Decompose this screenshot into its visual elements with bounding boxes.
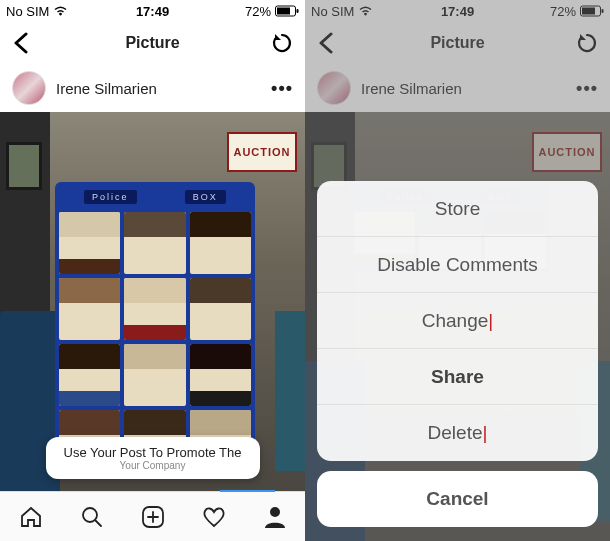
battery-icon [275, 5, 299, 17]
sheet-delete-button[interactable]: Delete| [317, 405, 598, 461]
page-title: Picture [125, 34, 179, 52]
tab-bar [0, 491, 305, 541]
svg-point-8 [270, 507, 280, 517]
sheet-cancel-button[interactable]: Cancel [317, 471, 598, 527]
home-tab[interactable] [18, 504, 44, 530]
wifi-icon [53, 5, 68, 17]
auction-sign: AUCTION [227, 132, 297, 172]
profile-tab[interactable] [262, 504, 288, 530]
tardis-box-label: BOX [185, 190, 226, 204]
svg-rect-2 [277, 8, 290, 15]
svg-line-4 [95, 520, 101, 526]
status-bar: No SIM 17:49 72% [0, 0, 305, 22]
reload-button[interactable] [271, 32, 293, 54]
search-tab[interactable] [79, 504, 105, 530]
tardis-police-label: Police [84, 190, 137, 204]
activity-tab[interactable] [201, 504, 227, 530]
svg-rect-1 [297, 9, 299, 13]
add-post-tab[interactable] [140, 504, 166, 530]
action-sheet: Store Disable Comments Change| Share Del… [317, 181, 598, 527]
post-header: Irene Silmarien ••• [0, 64, 305, 112]
clock-label: 17:49 [136, 4, 169, 19]
sheet-share-button[interactable]: Share [317, 349, 598, 405]
username-label[interactable]: Irene Silmarien [56, 80, 261, 97]
carrier-label: No SIM [6, 4, 49, 19]
post-image[interactable]: AUCTION Police BOX Use Your Post To Prom… [0, 112, 305, 491]
sheet-change-button[interactable]: Change| [317, 293, 598, 349]
more-options-button[interactable]: ••• [271, 78, 293, 99]
nav-bar: Picture [0, 22, 305, 64]
back-button[interactable] [12, 32, 30, 54]
sheet-store-button[interactable]: Store [317, 181, 598, 237]
sheet-disable-comments-button[interactable]: Disable Comments [317, 237, 598, 293]
avatar[interactable] [12, 71, 46, 105]
promote-sub-text: Your Company [63, 460, 241, 471]
battery-pct-label: 72% [245, 4, 271, 19]
promote-main-text: Use Your Post To Promote The [63, 445, 241, 460]
promote-tooltip[interactable]: Use Your Post To Promote The Your Compan… [45, 437, 259, 479]
